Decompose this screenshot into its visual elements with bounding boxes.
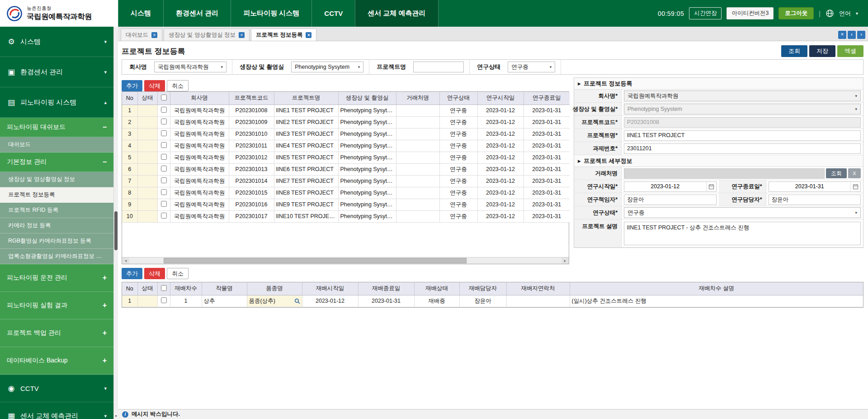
sidebar-group-basic-info[interactable]: 기본정보 관리 − [0,152,113,172]
research-end-date-input[interactable] [769,182,851,191]
cell-checkbox[interactable] [157,210,170,222]
header-start-date[interactable]: 연구시작일 [477,92,524,105]
header-status-flag[interactable]: 상태 [137,92,157,105]
sidebar-item-system[interactable]: ⚙ 시스템 ▾ [0,27,113,57]
header-cultivation-round[interactable]: 재배차수 [170,282,202,295]
tab-project-info[interactable]: 프로젝트 정보등록 × [251,29,316,41]
excel-button[interactable]: 엑셀 [837,45,863,57]
header-cultivation-status[interactable]: 재배상태 [414,282,459,295]
sidebar-group-experiment-results[interactable]: 피노타이핑 실험 결과 + [0,292,113,319]
logout-button[interactable]: 로그아웃 [778,7,814,19]
project-table-row[interactable]: 3 국립원예특작과학원 P202301010 lINE3 TEST PROJEC… [122,128,570,140]
sidebar-item-cctv[interactable]: ◉ CCTV ▾ [0,375,113,402]
row-checkbox[interactable] [161,189,167,195]
row-checkbox[interactable] [161,213,167,219]
header-client[interactable]: 거래처명 [396,92,439,105]
scroll-right-button[interactable]: ▸ [561,257,569,264]
calendar-icon[interactable] [850,182,860,191]
sidebar-scrollbar-thumb[interactable] [114,211,118,250]
row-checkbox[interactable] [161,177,167,183]
status-filter-select[interactable]: 연구중 ▾ [508,62,555,72]
project-table-row[interactable]: 8 국립원예특작과학원 P202301015 lINE8 TEST PROJEC… [122,187,570,199]
row-checkbox[interactable] [161,201,167,207]
save-button[interactable]: 저장 [809,45,835,57]
research-start-date-input[interactable] [624,182,706,191]
tab-scroll-left-button[interactable]: ‹ [848,31,856,39]
row-checkbox[interactable] [161,130,167,136]
row-checkbox[interactable] [161,166,167,171]
client-search-button[interactable]: 조회 [826,168,847,178]
sidebar-group-database-backup[interactable]: 데이타베이스 Backup + [0,347,113,375]
cell-checkbox[interactable] [157,199,170,210]
nav-system[interactable]: 시스템 [118,0,163,27]
cell-checkbox[interactable] [157,128,170,140]
cell-checkbox[interactable] [157,175,170,187]
header-company[interactable]: 회사명 [170,92,229,105]
cancel-button[interactable]: 취소 [167,80,189,91]
row-checkbox[interactable] [161,297,167,303]
sidebar-group-pheno-dashboard[interactable]: 피노타이핑 대쉬보드 − [0,118,113,137]
delete-cultivation-button[interactable]: 삭제 [144,268,165,279]
close-all-tabs-button[interactable]: × [838,31,846,39]
client-clear-button[interactable]: X [848,168,861,178]
sidebar-item-growth-room-info[interactable]: 생장상 및 영상촬영실 정보 [0,172,113,187]
sidebar-group-project-backup[interactable]: 프로젝트 백업 관리 + [0,319,113,347]
detail-section1-header[interactable]: ▶ 프로젝트 정보등록 [574,78,863,90]
research-leader-input[interactable] [624,195,717,205]
row-checkbox[interactable] [161,142,167,148]
sidebar-scrollbar[interactable]: ▾ [113,27,118,419]
row-checkbox[interactable] [161,119,167,124]
company-filter-select[interactable]: 국립원예특작과학원 ▾ [154,62,226,72]
room-filter-select[interactable]: Phenotyping Sysytem ▾ [291,62,363,72]
header-cultivation-end[interactable]: 재배종료일 [358,282,414,295]
project-table-row[interactable]: 4 국립원예특작과학원 P202301011 lINE4 TEST PROJEC… [122,140,570,152]
project-table-row[interactable]: 5 국립원예특작과학원 P202301012 lINE5 TEST PROJEC… [122,152,570,163]
extend-time-button[interactable]: 시간연장 [689,7,722,19]
sidebar-item-project-rfid[interactable]: 프로젝트 RFID 등록 [0,203,113,218]
scroll-left-button[interactable]: ◂ [122,257,129,264]
detail-room-select[interactable]: Phenotyping Syystem ▾ [624,104,861,114]
header-research-status[interactable]: 연구상태 [439,92,477,105]
project-table-row[interactable]: 9 국립원예특작과학원 P202301016 lINE9 TEST PROJEC… [122,199,570,210]
research-manager-input[interactable] [769,195,861,205]
scrollbar-thumb[interactable] [164,258,466,263]
header-project-code[interactable]: 프로젝트코드 [229,92,274,105]
sidebar-item-env-sensor[interactable]: ▣ 환경센서 관리 ▾ [0,57,113,87]
cell-variety[interactable]: 품종(상추) [247,295,302,307]
cultivation-table-row[interactable]: 1 1 상추 품종(상추) [122,295,863,307]
header-project-name[interactable]: 프로젝트명 [274,92,338,105]
cell-checkbox[interactable] [157,295,170,307]
detail-company-select[interactable]: 국립원예특작과학원 ▾ [624,90,861,101]
header-crop-name[interactable]: 작물명 [202,282,247,295]
header-select-all[interactable] [157,282,170,295]
header-cultivation-manager[interactable]: 재배담당자 [459,282,506,295]
sidebar-group-operation-mgmt[interactable]: 피노타이핑 운전 관리 + [0,264,113,292]
sidebar-item-chlorophyll-camera-coord[interactable]: 엽록소형광촬영실 카메라좌표정보 등록 [0,249,113,264]
scrollbar-track[interactable] [129,257,561,264]
sidebar-item-project-info[interactable]: 프로젝트 정보등록 [0,187,113,203]
select-all-checkbox[interactable] [161,95,167,100]
tab-scroll-right-button[interactable]: › [857,31,865,39]
header-end-date[interactable]: 연구종료일 [524,92,570,105]
detail-section2-header[interactable]: ▶ 프로젝트 세부정보 [574,155,863,167]
header-cultivation-start[interactable]: 재배시작일 [302,282,358,295]
project-table-row[interactable]: 7 국립원예특작과학원 P202301014 lINE7 TEST PROJEC… [122,175,570,187]
header-select-all[interactable] [157,92,170,105]
project-name-input[interactable] [624,130,861,141]
it-conversion-button[interactable]: 아이티컨버전3 [726,7,774,19]
language-label[interactable]: 언어 [839,10,851,18]
project-name-filter-input[interactable] [413,62,464,72]
project-table-row[interactable]: 2 국립원예특작과학원 P202301009 lINE2 TEST PROJEC… [122,116,570,128]
chevron-down-icon[interactable]: ▾ [856,11,858,16]
tab-close-icon[interactable]: × [239,32,245,38]
task-number-input[interactable] [624,143,861,154]
project-description-textarea[interactable]: lINE1 TEST PROJECT - 상추 건조스트레스 진행 [624,222,861,245]
search-lookup-icon[interactable] [294,298,300,304]
sidebar-item-camera-info[interactable]: 카메라 정보 등록 [0,218,113,233]
project-table-row[interactable]: 1 국립원예특작과학원 P202301008 lINE1 TEST PROJEC… [122,105,570,116]
nav-env-sensor[interactable]: 환경센서 관리 [163,0,231,27]
scroll-down-icon[interactable]: ▾ [114,414,118,418]
row-checkbox[interactable] [161,154,167,160]
header-status-flag[interactable]: 상태 [137,282,157,295]
add-row-button[interactable]: 추가 [122,80,142,91]
